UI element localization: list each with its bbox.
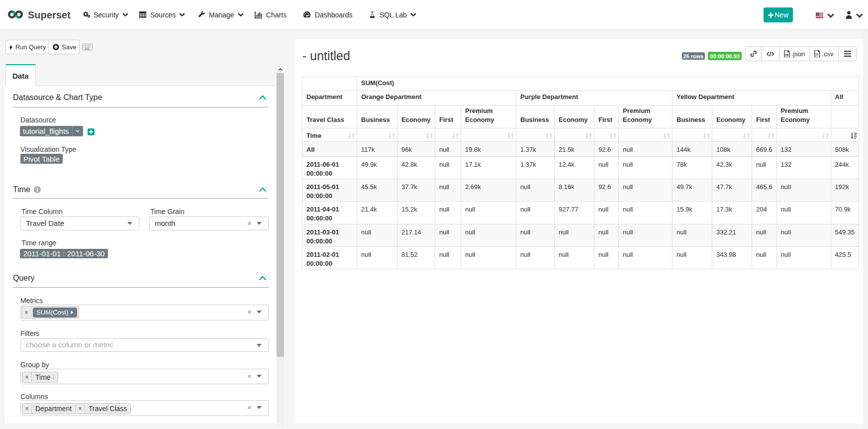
svg-text:db: db	[785, 53, 789, 56]
